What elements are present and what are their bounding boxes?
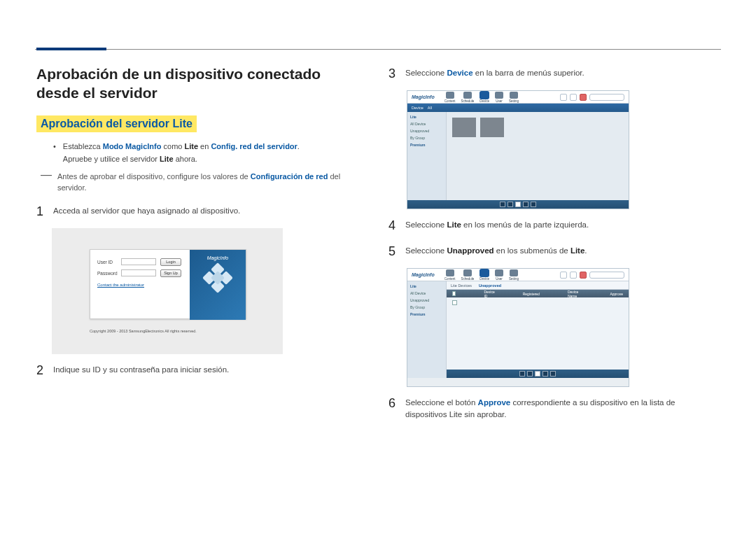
user-id-label: User ID (97, 260, 121, 265)
login-card: User ID Login Password Sign Up Contact t… (90, 249, 246, 319)
login-screenshot: User ID Login Password Sign Up Contact t… (52, 228, 283, 354)
app-body: Lite All Device Unapproved By Group Prem… (407, 281, 629, 378)
text-bold: Config. red del servidor (211, 142, 297, 150)
page-current[interactable] (535, 371, 540, 377)
section-subhead: Aprobación del servidor Lite (36, 115, 197, 132)
header-accent (36, 48, 106, 50)
page-last-icon[interactable] (550, 371, 556, 377)
signup-button[interactable]: Sign Up (160, 269, 181, 277)
text-fragment: Seleccione (405, 220, 447, 229)
sidebar-item-unapproved[interactable]: Unapproved (410, 129, 443, 133)
tab-schedule[interactable]: Schedule (461, 269, 474, 281)
logout-icon[interactable] (580, 94, 587, 101)
toolbar-icon[interactable] (560, 94, 567, 101)
password-input[interactable] (121, 269, 156, 276)
user-icon (495, 92, 503, 99)
device-icon (480, 269, 489, 276)
sidebar-item-all[interactable]: All Device (410, 122, 443, 126)
bluebar-item[interactable]: All (428, 106, 432, 110)
tab-device[interactable]: Device (479, 92, 489, 103)
step-text: Acceda al servidor que haya asignado al … (53, 202, 358, 221)
page-last-icon[interactable] (531, 202, 536, 207)
text-bold: Lite (184, 142, 198, 150)
setting-icon (510, 92, 518, 99)
toolbar-icon[interactable] (570, 94, 577, 101)
tab-user[interactable]: User (495, 269, 503, 281)
sidebar-item-unapproved[interactable]: Unapproved (410, 298, 443, 302)
bullet-2-text: Apruebe y utilice el servidor Lite ahora… (63, 153, 358, 165)
step-2: 2 Indique su ID y su contraseña para ini… (36, 361, 358, 380)
toolbar-icon[interactable] (560, 272, 567, 279)
app-pagination (407, 200, 629, 209)
sidebar-item-group[interactable]: By Group (410, 136, 443, 140)
tab-content[interactable]: Content (444, 269, 456, 281)
device-thumb[interactable] (452, 118, 476, 137)
sidebar-item-premium[interactable]: Premium (410, 312, 443, 316)
search-input[interactable] (589, 94, 624, 101)
note-dash-icon: ― (41, 169, 52, 192)
bluebar: Device All (407, 104, 629, 112)
user-id-input[interactable] (121, 258, 156, 265)
tab-content[interactable]: Content (444, 92, 456, 103)
sidebar-item-premium[interactable]: Premium (410, 143, 443, 147)
step-number: 4 (388, 216, 405, 235)
app-screenshot-unapproved: MagicInfo Content Schedule Device User S… (407, 268, 629, 387)
left-column: Aprobación de un dispositivo conectado d… (36, 64, 358, 387)
bluebar-item[interactable]: Device (412, 106, 424, 110)
page-next-icon[interactable] (542, 371, 548, 377)
tab-label: Setting (509, 277, 519, 281)
user-icon (495, 269, 503, 276)
step-text: Indique su ID y su contraseña para inici… (53, 361, 358, 380)
tab-device[interactable]: Device (479, 269, 489, 281)
select-all-checkbox[interactable] (452, 291, 456, 296)
sidebar-item-lite[interactable]: Lite (410, 284, 443, 288)
tab-label: Schedule (461, 99, 474, 103)
step-3: 3 Seleccione Device en la barra de menús… (388, 64, 718, 83)
device-thumb[interactable] (480, 118, 504, 137)
page-prev-icon[interactable] (527, 371, 533, 377)
note-row: ― Antes de aprobar el dispositivo, confi… (41, 171, 358, 194)
page-prev-icon[interactable] (507, 202, 513, 207)
subtab-lite-devices[interactable]: Lite Devices (451, 283, 472, 288)
logout-icon[interactable] (580, 272, 587, 279)
app-sidebar: Lite All Device Unapproved By Group Prem… (407, 112, 447, 200)
table-row[interactable] (447, 297, 629, 307)
tab-setting[interactable]: Setting (509, 269, 519, 281)
search-input[interactable] (589, 272, 624, 279)
text-fragment: Establezca (63, 142, 103, 150)
magicinfo-brand: MagicInfo (207, 255, 228, 260)
text-fragment: en la barra de menús superior. (473, 69, 584, 77)
page-first-icon[interactable] (500, 202, 505, 207)
sidebar-item-group[interactable]: By Group (410, 305, 443, 309)
contact-admin-link[interactable]: Contact the administrator (97, 283, 181, 287)
step-text: Seleccione el botón Approve correspondie… (405, 394, 718, 421)
login-button[interactable]: Login (160, 258, 181, 266)
row-checkbox[interactable] (452, 300, 457, 305)
tab-label: Content (444, 277, 456, 281)
app-topbar: MagicInfo Content Schedule Device User S… (407, 269, 629, 281)
page-current[interactable] (515, 202, 521, 207)
bullet-2: • Apruebe y utilice el servidor Lite aho… (53, 153, 358, 165)
content-icon (446, 92, 454, 99)
tab-user[interactable]: User (495, 92, 503, 103)
app-main (447, 112, 629, 200)
sidebar-item-lite[interactable]: Lite (410, 115, 443, 119)
step-number: 5 (388, 242, 405, 261)
top-tabs: Content Schedule Device User Setting (444, 92, 519, 103)
tab-schedule[interactable]: Schedule (461, 92, 474, 103)
step-text: Seleccione Device en la barra de menús s… (405, 64, 718, 83)
sidebar-item-all[interactable]: All Device (410, 291, 443, 295)
step-number: 2 (36, 361, 53, 380)
page-next-icon[interactable] (523, 202, 528, 207)
app-main: Lite Devices Unapproved Device ID Regist… (447, 281, 629, 378)
step-5: 5 Seleccione Unapproved en los submenús … (388, 242, 718, 261)
toolbar-icon[interactable] (570, 272, 577, 279)
subtab-unapproved[interactable]: Unapproved (479, 283, 501, 288)
tab-setting[interactable]: Setting (509, 92, 519, 103)
page-title: Aprobación de un dispositivo conectado d… (36, 64, 358, 103)
page-first-icon[interactable] (519, 371, 525, 377)
app-topbar: MagicInfo Content Schedule Device User S… (407, 91, 629, 104)
text-fragment: en (198, 142, 211, 150)
subtabs: Lite Devices Unapproved (447, 281, 629, 290)
content-icon (446, 269, 454, 276)
